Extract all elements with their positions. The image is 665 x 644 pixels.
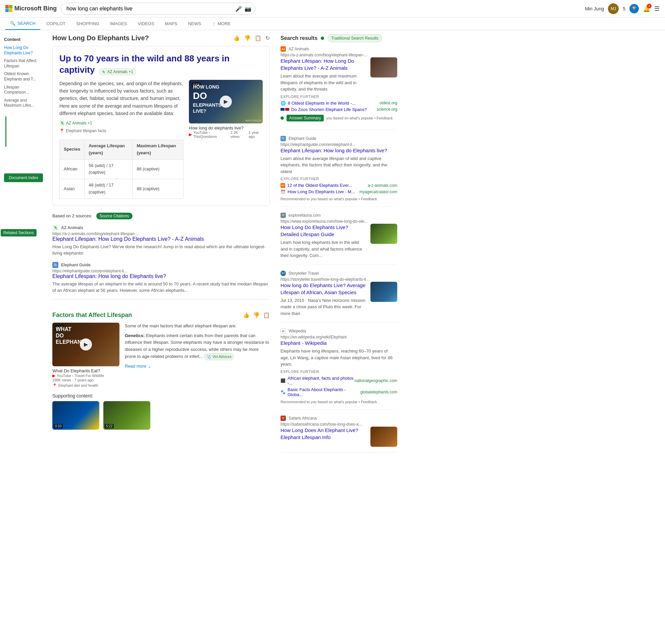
document-index-button[interactable]: Document Index: [4, 173, 43, 182]
toc-item-lifespan-comparison[interactable]: Lifespan Comparison...: [4, 85, 43, 95]
source-item-eg: 🐘 Elephant Guide https://elephantguide.c…: [52, 262, 270, 294]
play-button[interactable]: ▶: [220, 96, 232, 108]
toc-item-how-long[interactable]: How Long Do Elephants Live?: [4, 45, 43, 56]
st-result-favicon: ST: [281, 271, 286, 276]
rewards-icon[interactable]: 🏆: [629, 4, 639, 14]
center-content: How Long Do Elephants Live? 👍 👎 📋 ↻ Up t…: [47, 34, 275, 458]
youtube-icon: ▶: [189, 132, 192, 137]
tab-videos[interactable]: VIDEOS: [133, 17, 159, 30]
search-input[interactable]: [61, 3, 255, 15]
video-thumbnail-text: HOW LONG DO ELEPHANTS LIVE?: [193, 84, 222, 114]
support-video-thumb-1[interactable]: 0:33: [52, 401, 99, 430]
tab-shopping[interactable]: SHOPPING: [72, 17, 104, 30]
result-desc-ef: Learn how long elephants live in the wil…: [281, 239, 366, 259]
eg-favicon: 🐘: [52, 262, 58, 268]
answer-summary-badge[interactable]: Answer Summary: [287, 115, 324, 121]
menu-button[interactable]: ☰: [654, 5, 660, 13]
result-title-ef[interactable]: How Long Do Elephants Live? Detailed Lif…: [281, 224, 366, 238]
factors-thumbsdown-button[interactable]: 👎: [253, 312, 260, 318]
factors-video-meta: ▶ YouTube › Travel For Wildlife: [52, 373, 119, 378]
explore-further-title-wp: EXPLORE FURTHER: [281, 370, 397, 374]
result-title-eg[interactable]: Elephant Lifespan: How long do Elephants…: [281, 147, 397, 154]
source-citation-badge[interactable]: Source Citations: [96, 213, 133, 219]
explore-item-zoos: Do Zoos Shorten Elephant Life Spans? sci…: [281, 107, 397, 112]
result-image-st: [370, 282, 397, 302]
az-favicon: 🦎: [52, 225, 58, 231]
answer-source-badge[interactable]: 🦎 AZ Animals +1: [99, 69, 136, 75]
explore-source-oldest-ever: a-z-animals.com: [368, 183, 397, 188]
recommendation-eg: Recommended to you based on what's popul…: [281, 197, 397, 201]
answer-card: Up to 70 years in the wild and 88 years …: [52, 46, 270, 206]
factors-content: 1:12 WHAT DO ELEPHANTS ▶ What Do Elephan…: [52, 323, 270, 388]
more-dots-icon: ⋮: [212, 21, 216, 26]
factors-copy-button[interactable]: 📋: [263, 312, 270, 318]
support-video-duration-1: 0:33: [54, 424, 63, 428]
result-domain-wp: W Wikipedia: [281, 328, 397, 334]
tab-more[interactable]: ⋮ MORE: [207, 17, 235, 30]
toc-item-factors[interactable]: Factors that Affect Lifespan: [4, 58, 43, 69]
answer-source-link[interactable]: 🦎 AZ Animals +1: [59, 120, 184, 126]
read-more-button[interactable]: Read more ⌄: [125, 363, 270, 370]
result-title-st[interactable]: How long do Elephants Live? Average Life…: [281, 282, 366, 296]
result-row-ef: How Long Do Elephants Live? Detailed Lif…: [281, 224, 397, 259]
refresh-button[interactable]: ↻: [265, 35, 270, 41]
factors-video-thumbnail[interactable]: 1:12 WHAT DO ELEPHANTS ▶: [52, 323, 119, 366]
chevron-down-icon: ⌄: [148, 363, 151, 370]
tab-news[interactable]: NEWS: [183, 17, 206, 30]
tab-images[interactable]: IMAGES: [106, 17, 132, 30]
microphone-icon[interactable]: 🎤: [235, 5, 242, 12]
thumbs-down-button[interactable]: 👎: [244, 35, 251, 41]
explore-further-title-eg: EXPLORE FURTHER: [281, 177, 397, 181]
explore-link-oldest-ever[interactable]: AZ 12 of the Oldest Elephants Ever...: [281, 183, 352, 188]
tsr-badge[interactable]: Traditional Search Results: [327, 34, 382, 42]
factors-youtube-icon: ▶: [52, 373, 55, 378]
explore-link-natgeo[interactable]: ⬛ African elephant, facts and photos -..…: [281, 376, 355, 386]
az-icon: AZ: [281, 183, 285, 188]
vet-icon: 🩺: [206, 354, 211, 360]
explore-link-globalelephants[interactable]: 🐾 Basic Facts About Elephants - Globa...: [281, 387, 360, 397]
source-domain-az: 🦎 AZ Animals: [52, 225, 270, 231]
result-domain-st: ST Storyteller Travel: [281, 271, 397, 276]
video-thumbnail-image[interactable]: 0:58 HOW LONG DO ELEPHANTS LIVE? ▶ WATCH…: [189, 80, 263, 123]
globe-icon: 🌐: [281, 101, 286, 106]
factors-text-content: Some of the main factors that affect ele…: [125, 323, 270, 388]
copy-button[interactable]: 📋: [255, 35, 261, 41]
explore-link-zoos[interactable]: Do Zoos Shorten Elephant Life Spans?: [281, 107, 367, 112]
factors-thumbsup-button[interactable]: 👍: [243, 312, 250, 318]
camera-icon[interactable]: 📷: [245, 5, 251, 12]
avatar[interactable]: MJ: [608, 3, 619, 14]
support-video-thumb-2[interactable]: 5:22: [103, 401, 150, 430]
result-row-az: Elephant Lifespan: How Long Do Elephants…: [281, 57, 397, 93]
factors-video-text: WHAT DO ELEPHANTS: [56, 326, 88, 346]
source-title-eg[interactable]: Elephant Lifespan: How long do Elephants…: [52, 273, 270, 279]
tab-copilot[interactable]: COPILOT: [42, 17, 70, 30]
result-title-wp[interactable]: Elephant - Wikipedia: [281, 339, 397, 347]
source-title-az[interactable]: Elephant Lifespan: How Long Do Elephants…: [52, 236, 270, 242]
tab-maps[interactable]: MAPS: [160, 17, 182, 30]
notification-badge: 2: [647, 4, 651, 8]
table-header-average: Average Lifespan (years): [84, 139, 133, 159]
source-item-az: 🦎 AZ Animals https://a-z-animals.com/blo…: [52, 225, 270, 257]
right-sidebar: Search results Traditional Search Result…: [275, 34, 403, 458]
explore-source-zoos: science.org: [377, 107, 397, 112]
genetics-bullet: Genetics: Elephants inherit certain trai…: [125, 332, 270, 360]
result-domain-eg: 🐘 Elephant Guide: [281, 136, 397, 141]
thumbs-up-button[interactable]: 👍: [233, 35, 240, 41]
explore-link-oldest[interactable]: 🌐 8 Oldest Elephants in the World -...: [281, 101, 355, 106]
tab-search[interactable]: 🔍 SEARCH: [5, 17, 40, 30]
result-url-eg: https://elephantguide.com/en/elephant-li…: [281, 142, 397, 147]
result-row-sf: How Long Does An Elephant Live? Elephant…: [281, 427, 397, 447]
answer-text: Depending on the species, sex, and origi…: [59, 80, 184, 199]
table-row: African 56 (wild) / 17 (captive) 86 (cap…: [60, 159, 184, 179]
explore-link-myage[interactable]: ⏰ How Long Do Elephants Live - M...: [281, 189, 355, 194]
toc-item-oldest[interactable]: Oldest Known Elephants and T...: [4, 72, 43, 82]
result-url-sf: https://safarisafricana.com/how-long-doe…: [281, 422, 397, 427]
search-nav-icon: 🔍: [10, 21, 15, 26]
result-title-az[interactable]: Elephant Lifespan: How Long Do Elephants…: [281, 57, 366, 72]
toc-item-average-max[interactable]: Average and Maximum Lifes...: [4, 98, 43, 108]
elephant-diet-label: 📍 Elephant diet and health: [52, 383, 119, 388]
result-title-sf[interactable]: How Long Does An Elephant Live? Elephant…: [281, 427, 366, 441]
vet-badge[interactable]: 🩺 Vet Advices: [204, 353, 234, 360]
result-wikipedia: W Wikipedia https://en.wikipedia.org/wik…: [281, 328, 397, 410]
notifications-button[interactable]: 🔔 2: [643, 5, 650, 13]
